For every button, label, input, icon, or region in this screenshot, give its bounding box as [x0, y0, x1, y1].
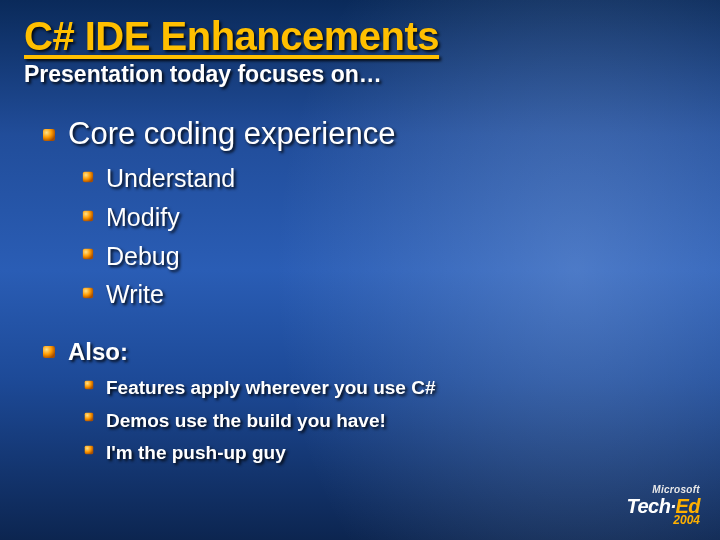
item-label: Understand [106, 164, 235, 192]
svg-rect-8 [85, 445, 94, 454]
svg-rect-0 [43, 129, 55, 141]
svg-rect-5 [43, 346, 55, 358]
bullet-icon [82, 171, 94, 183]
logo-vendor: Microsoft [626, 485, 700, 495]
item-demos-build: Demos use the build you have! [106, 407, 696, 435]
item-label: Debug [106, 242, 180, 270]
bullet-icon [82, 210, 94, 222]
svg-rect-4 [83, 288, 93, 298]
svg-rect-2 [83, 210, 93, 220]
section-core-coding: Core coding experience Understand Modify… [68, 116, 696, 312]
slide-content: Core coding experience Understand Modify… [24, 116, 696, 467]
item-debug: Debug [106, 240, 696, 274]
svg-rect-3 [83, 249, 93, 259]
svg-rect-6 [85, 380, 94, 389]
item-label: Write [106, 280, 164, 308]
bullet-icon [42, 128, 56, 142]
item-label: Features apply wherever you use C# [106, 377, 435, 398]
core-sublist: Understand Modify Debug Write [68, 162, 696, 312]
section-heading: Core coding experience [68, 116, 395, 151]
slide: C# IDE Enhancements Presentation today f… [0, 0, 720, 540]
bullet-icon [42, 345, 56, 359]
item-pushup-guy: I'm the push-up guy [106, 439, 696, 467]
bullet-icon [82, 248, 94, 260]
svg-rect-7 [85, 413, 94, 422]
item-features-apply: Features apply wherever you use C# [106, 374, 696, 402]
section-heading: Also: [68, 338, 128, 365]
bullet-icon [84, 412, 94, 422]
logo-brand-tech: Tech· [626, 496, 675, 516]
slide-title: C# IDE Enhancements [24, 14, 696, 59]
svg-rect-1 [83, 172, 93, 182]
teched-logo: Microsoft Tech·Ed 2004 [626, 485, 700, 526]
item-understand: Understand [106, 162, 696, 196]
item-label: Demos use the build you have! [106, 410, 386, 431]
top-list: Core coding experience Understand Modify… [24, 116, 696, 467]
section-also: Also: Features apply wherever you use C#… [68, 338, 696, 467]
item-label: Modify [106, 203, 180, 231]
bullet-icon [82, 287, 94, 299]
also-sublist: Features apply wherever you use C# Demos… [68, 374, 696, 467]
slide-subtitle: Presentation today focuses on… [24, 61, 696, 88]
bullet-icon [84, 380, 94, 390]
item-label: I'm the push-up guy [106, 442, 286, 463]
item-write: Write [106, 278, 696, 312]
bullet-icon [84, 445, 94, 455]
item-modify: Modify [106, 201, 696, 235]
